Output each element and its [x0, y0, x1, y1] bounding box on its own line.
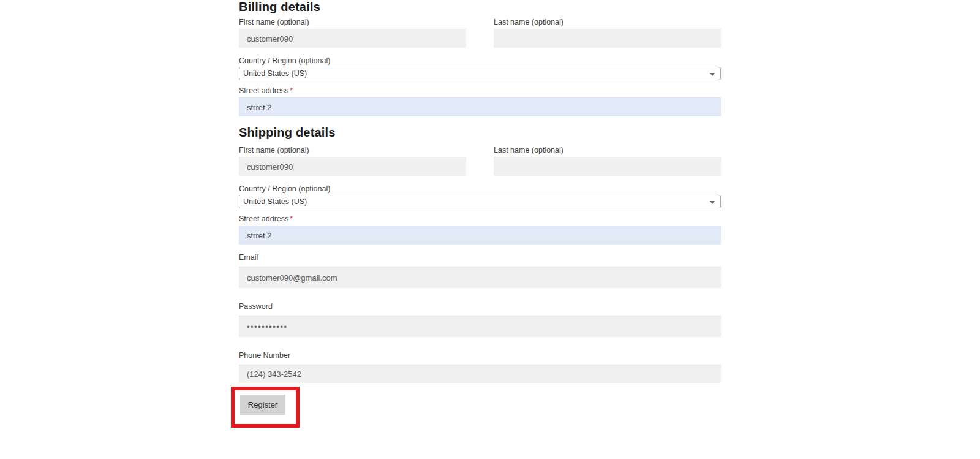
billing-name-row: First name (optional) Last name (optiona…	[239, 18, 721, 48]
required-asterisk: *	[290, 214, 293, 223]
shipping-country-label: Country / Region (optional)	[239, 185, 721, 193]
billing-country-group: Country / Region (optional) United State…	[239, 57, 721, 80]
shipping-last-name-label: Last name (optional)	[494, 146, 721, 154]
email-group: Email	[239, 254, 721, 288]
billing-country-selected-value: United States (US)	[243, 69, 307, 78]
shipping-country-group: Country / Region (optional) United State…	[239, 185, 721, 208]
chevron-down-icon	[710, 73, 715, 76]
billing-last-name-label: Last name (optional)	[494, 18, 721, 26]
shipping-street-label: Street address*	[239, 215, 721, 223]
shipping-last-name-input[interactable]	[494, 157, 721, 176]
phone-number-label: Phone Number	[239, 352, 721, 360]
shipping-name-row: First name (optional) Last name (optiona…	[239, 146, 721, 176]
billing-first-name-label: First name (optional)	[239, 18, 466, 26]
shipping-country-select[interactable]: United States (US)	[239, 195, 721, 208]
billing-street-label: Street address*	[239, 87, 721, 95]
phone-group: Phone Number	[239, 352, 721, 383]
billing-street-group: Street address*	[239, 87, 721, 116]
shipping-details-heading: Shipping details	[239, 126, 721, 139]
billing-last-name-input[interactable]	[494, 29, 721, 48]
shipping-street-address-input[interactable]	[239, 226, 721, 245]
required-asterisk: *	[290, 86, 293, 95]
billing-country-select[interactable]: United States (US)	[239, 67, 721, 80]
password-group: Password	[239, 303, 721, 337]
billing-street-address-input[interactable]	[239, 97, 721, 116]
shipping-first-name-input[interactable]	[239, 157, 466, 176]
billing-country-label: Country / Region (optional)	[239, 57, 721, 65]
billing-street-label-text: Street address	[239, 86, 288, 95]
phone-number-input[interactable]	[239, 365, 721, 383]
billing-first-name-group: First name (optional)	[239, 18, 466, 48]
registration-form: Billing details First name (optional) La…	[239, 0, 721, 415]
email-label: Email	[239, 254, 721, 262]
shipping-first-name-label: First name (optional)	[239, 146, 466, 154]
register-button[interactable]: Register	[240, 395, 285, 415]
password-label: Password	[239, 303, 721, 311]
shipping-country-selected-value: United States (US)	[243, 197, 307, 206]
email-input[interactable]	[239, 267, 721, 288]
shipping-street-group: Street address*	[239, 215, 721, 245]
billing-last-name-group: Last name (optional)	[494, 18, 721, 48]
billing-details-heading: Billing details	[239, 0, 721, 13]
shipping-last-name-group: Last name (optional)	[494, 146, 721, 176]
chevron-down-icon	[710, 201, 715, 204]
shipping-street-label-text: Street address	[239, 214, 288, 223]
shipping-first-name-group: First name (optional)	[239, 146, 466, 176]
password-input[interactable]	[239, 316, 721, 337]
billing-first-name-input[interactable]	[239, 29, 466, 48]
